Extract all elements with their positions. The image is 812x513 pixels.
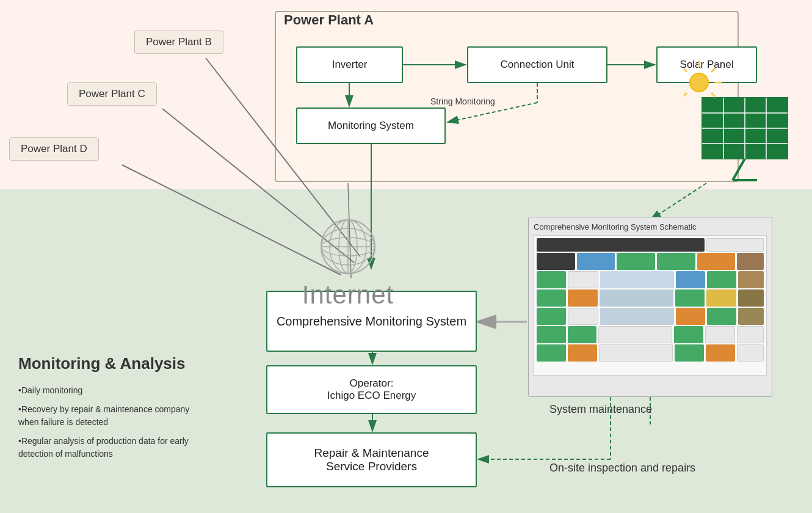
monitoring-analysis-section: Monitoring & Analysis •Daily monitoring …: [18, 354, 238, 467]
svg-line-16: [684, 93, 687, 97]
svg-line-14: [684, 68, 687, 72]
svg-line-13: [711, 93, 716, 97]
ma-item-2: •Recovery by repair & maintenance compan…: [18, 403, 238, 429]
power-plant-d: Power Plant D: [9, 137, 99, 161]
repair-maintenance-box: Repair & Maintenance Service Providers: [266, 432, 477, 487]
schematic-title: Comprehensive Monitoring System Schemati…: [534, 222, 767, 231]
internet-globe: Internet: [263, 195, 433, 330]
onsite-inspection-label: On-site inspection and repairs: [549, 462, 695, 475]
monitoring-system-box: Monitoring System: [296, 107, 446, 144]
ma-item-3: •Regular analysis of production data for…: [18, 435, 238, 460]
power-plant-b: Power Plant B: [134, 31, 223, 54]
internet-label: Internet: [302, 280, 394, 310]
inverter-box: Inverter: [296, 46, 403, 83]
svg-point-9: [690, 73, 708, 92]
schematic-box: Comprehensive Monitoring System Schemati…: [528, 217, 772, 397]
svg-line-7: [733, 159, 745, 180]
monitoring-analysis-title: Monitoring & Analysis: [18, 354, 238, 373]
ma-item-1: •Daily monitoring: [18, 384, 238, 397]
solar-panel-icon: [684, 61, 794, 183]
schematic-screen: [534, 235, 767, 376]
globe-icon: [317, 216, 379, 277]
string-monitoring-label: String Monitoring: [430, 96, 495, 106]
connection-unit-box: Connection Unit: [467, 46, 607, 83]
power-plant-a-label: Power Plant A: [284, 12, 374, 28]
power-plant-a-area: [275, 11, 739, 182]
svg-line-11: [711, 68, 716, 72]
operator-box: Operator: Ichigo ECO Energy: [266, 365, 477, 414]
power-plant-c: Power Plant C: [67, 82, 157, 106]
system-maintenance-label: System maintenance: [549, 403, 652, 416]
